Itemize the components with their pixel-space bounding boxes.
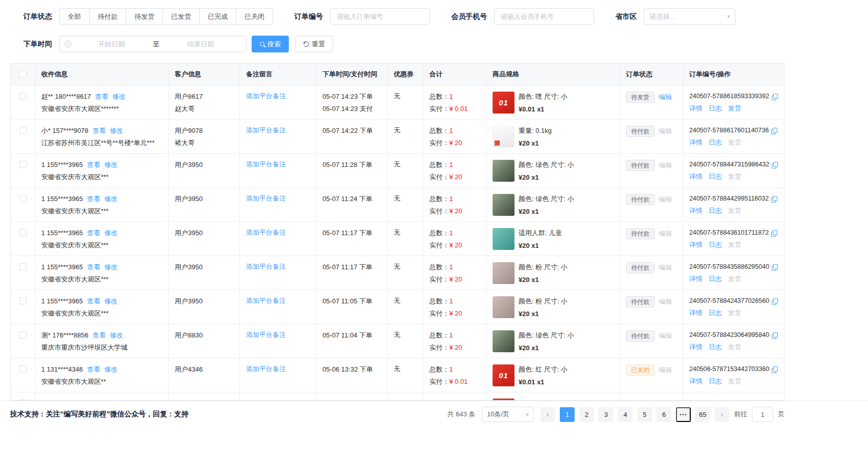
status-filter-button[interactable]: 已关闭 [236, 8, 273, 25]
region-select[interactable]: 请选择... ▾ [644, 8, 736, 25]
log-link[interactable]: 日志 [709, 274, 722, 284]
page-size-select[interactable]: 10条/页 ▾ [482, 407, 534, 422]
start-date-input[interactable] [71, 40, 152, 48]
copy-icon[interactable] [771, 128, 777, 134]
log-link[interactable]: 日志 [709, 104, 722, 113]
add-remark-link[interactable]: 添加平台备注 [246, 297, 286, 304]
view-link[interactable]: 查看 [87, 195, 100, 203]
log-link[interactable]: 日志 [709, 206, 722, 215]
copy-icon[interactable] [771, 196, 777, 202]
view-link[interactable]: 查看 [93, 127, 106, 134]
modify-link[interactable]: 修改 [104, 297, 118, 305]
view-link[interactable]: 查看 [93, 331, 106, 339]
ship-link[interactable]: 发货 [728, 240, 741, 249]
status-filter-button[interactable]: 待付款 [89, 8, 126, 25]
edit-order-link[interactable]: 编辑 [659, 93, 672, 101]
view-link[interactable]: 查看 [95, 93, 108, 100]
edit-order-link[interactable]: 编辑 [659, 195, 672, 203]
more-pages-button[interactable]: ••• [676, 407, 691, 422]
copy-icon[interactable] [772, 298, 778, 304]
status-filter-button[interactable]: 全部 [59, 8, 90, 25]
ship-link[interactable]: 发货 [728, 138, 741, 147]
add-remark-link[interactable]: 添加平台备注 [246, 331, 286, 338]
log-link[interactable]: 日志 [709, 308, 722, 318]
add-remark-link[interactable]: 添加平台备注 [246, 194, 286, 202]
copy-icon[interactable] [772, 94, 778, 100]
row-checkbox[interactable] [19, 161, 26, 168]
copy-icon[interactable] [772, 332, 778, 338]
add-remark-link[interactable]: 添加平台备注 [246, 365, 286, 373]
row-checkbox[interactable] [19, 263, 26, 270]
edit-order-link[interactable]: 编辑 [659, 332, 672, 340]
status-filter-button[interactable]: 已发货 [162, 8, 200, 25]
row-checkbox[interactable] [19, 229, 26, 236]
row-checkbox[interactable] [19, 127, 26, 134]
copy-icon[interactable] [772, 162, 778, 168]
log-link[interactable]: 日志 [709, 138, 722, 147]
add-remark-link[interactable]: 添加平台备注 [246, 263, 286, 270]
modify-link[interactable]: 修改 [110, 331, 123, 339]
ship-link[interactable]: 发货 [728, 343, 741, 352]
end-date-input[interactable] [160, 40, 241, 48]
view-link[interactable]: 查看 [87, 263, 100, 271]
row-checkbox[interactable] [19, 195, 26, 202]
page-button[interactable]: 65 [695, 407, 710, 422]
add-remark-link[interactable]: 添加平台备注 [246, 229, 286, 236]
detail-link[interactable]: 详情 [689, 206, 702, 215]
modify-link[interactable]: 修改 [113, 93, 126, 100]
view-link[interactable]: 查看 [87, 161, 100, 168]
copy-icon[interactable] [772, 366, 778, 373]
reset-button[interactable]: 重置 [295, 36, 333, 52]
ship-link[interactable]: 发货 [728, 274, 741, 284]
goto-page-input[interactable] [752, 407, 773, 422]
page-button[interactable]: 5 [637, 407, 652, 422]
copy-icon[interactable] [771, 230, 777, 236]
detail-link[interactable]: 详情 [689, 138, 702, 147]
modify-link[interactable]: 修改 [104, 195, 118, 203]
add-remark-link[interactable]: 添加平台备注 [246, 92, 286, 100]
ship-link[interactable]: 发货 [728, 104, 741, 113]
status-filter-button[interactable]: 已完成 [199, 8, 236, 25]
status-filter-button[interactable]: 待发货 [126, 8, 163, 25]
add-remark-link[interactable]: 添加平台备注 [246, 126, 286, 134]
page-button[interactable]: 2 [579, 407, 594, 422]
page-button[interactable]: 4 [618, 407, 633, 422]
row-checkbox[interactable] [19, 93, 26, 100]
edit-order-link[interactable]: 编辑 [659, 366, 672, 374]
detail-link[interactable]: 详情 [689, 172, 702, 181]
detail-link[interactable]: 详情 [689, 104, 702, 113]
modify-link[interactable]: 修改 [104, 263, 118, 271]
page-button[interactable]: 1 [560, 407, 575, 422]
detail-link[interactable]: 详情 [689, 308, 702, 318]
view-link[interactable]: 查看 [87, 297, 100, 305]
ship-link[interactable]: 发货 [728, 377, 741, 386]
copy-icon[interactable] [772, 264, 778, 270]
search-button[interactable]: 搜索 [252, 36, 289, 52]
edit-order-link[interactable]: 编辑 [659, 298, 672, 305]
ship-link[interactable]: 发货 [728, 206, 741, 215]
row-checkbox[interactable] [19, 365, 26, 373]
log-link[interactable]: 日志 [709, 240, 722, 249]
prev-page-button[interactable]: ‹ [540, 407, 555, 422]
add-remark-link[interactable]: 添加平台备注 [246, 160, 286, 168]
view-link[interactable]: 查看 [87, 365, 100, 373]
ship-link[interactable]: 发货 [728, 172, 741, 181]
modify-link[interactable]: 修改 [104, 229, 118, 237]
detail-link[interactable]: 详情 [689, 240, 702, 249]
modify-link[interactable]: 修改 [104, 365, 118, 373]
log-link[interactable]: 日志 [709, 172, 722, 181]
page-button[interactable]: 3 [599, 407, 613, 422]
phone-input[interactable] [494, 8, 594, 25]
view-link[interactable]: 查看 [87, 229, 100, 237]
log-link[interactable]: 日志 [709, 343, 722, 352]
modify-link[interactable]: 修改 [110, 127, 123, 134]
modify-link[interactable]: 修改 [104, 161, 118, 168]
edit-order-link[interactable]: 编辑 [659, 230, 672, 237]
edit-order-link[interactable]: 编辑 [659, 264, 672, 271]
date-range-picker[interactable]: 至 [59, 36, 247, 52]
detail-link[interactable]: 详情 [689, 274, 702, 284]
edit-order-link[interactable]: 编辑 [659, 161, 672, 169]
detail-link[interactable]: 详情 [689, 343, 702, 352]
ship-link[interactable]: 发货 [728, 308, 741, 318]
detail-link[interactable]: 详情 [689, 377, 702, 386]
